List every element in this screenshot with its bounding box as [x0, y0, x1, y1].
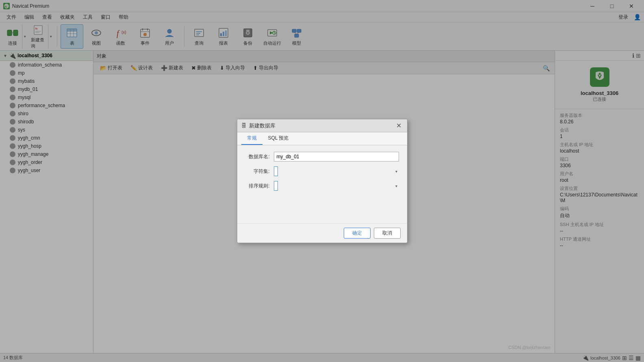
dialog-title-icon: 🗄	[241, 123, 247, 129]
collation-select[interactable]	[274, 181, 278, 191]
dialog-tab-general[interactable]: 常规	[241, 132, 262, 145]
charset-row: 字符集:	[245, 166, 399, 176]
dialog-footer: 确定 取消	[237, 223, 407, 243]
db-name-input[interactable]	[274, 152, 399, 162]
dialog-body: 数据库名: 字符集: 排序规则:	[237, 145, 407, 223]
db-name-row: 数据库名:	[245, 152, 399, 162]
cancel-button[interactable]: 取消	[374, 228, 401, 239]
charset-label: 字符集:	[245, 168, 274, 175]
dialog-form: 数据库名: 字符集: 排序规则:	[245, 152, 399, 217]
new-database-dialog: 🗄 新建数据库 ✕ 常规 SQL 预览 数据库名: 字符集:	[237, 119, 408, 243]
dialog-close-button[interactable]: ✕	[395, 122, 403, 129]
dialog-tabs: 常规 SQL 预览	[237, 132, 407, 145]
dialog-title-text: 新建数据库	[249, 122, 275, 129]
collation-select-wrapper	[274, 181, 399, 191]
collation-row: 排序规则:	[245, 181, 399, 191]
dialog-tab-sql-preview[interactable]: SQL 预览	[262, 132, 295, 145]
dialog-titlebar: 🗄 新建数据库 ✕	[237, 119, 407, 132]
confirm-button[interactable]: 确定	[344, 228, 371, 239]
collation-label: 排序规则:	[245, 183, 274, 190]
dialog-overlay: 🗄 新建数据库 ✕ 常规 SQL 预览 数据库名: 字符集:	[0, 0, 644, 362]
db-name-label: 数据库名:	[245, 153, 274, 160]
charset-select-wrapper	[274, 166, 399, 176]
charset-select[interactable]	[274, 166, 278, 176]
dialog-title: 🗄 新建数据库	[241, 122, 275, 129]
